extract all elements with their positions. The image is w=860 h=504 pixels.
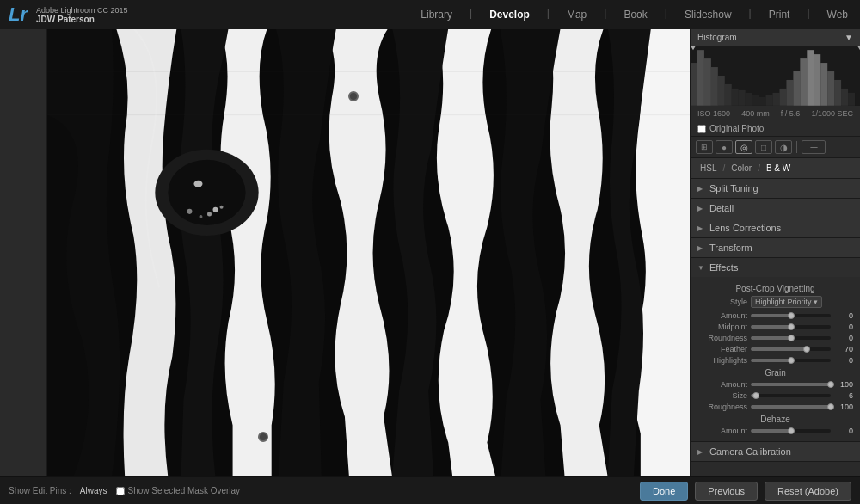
svg-rect-14 bbox=[704, 58, 711, 106]
dehaze-amount-row: Amount 0 bbox=[697, 427, 853, 435]
svg-rect-12 bbox=[691, 63, 697, 106]
svg-rect-23 bbox=[766, 95, 773, 106]
show-mask-label: Show Selected Mask Overlay bbox=[128, 486, 241, 495]
adjustment-pin-2[interactable] bbox=[258, 432, 268, 442]
grain-roughness-label: Roughness bbox=[697, 403, 747, 411]
svg-point-8 bbox=[187, 209, 192, 214]
feather-track[interactable] bbox=[751, 347, 831, 351]
svg-point-6 bbox=[220, 206, 224, 209]
tools-row: ⊞ ● ◎ □ ◑ ⸺ bbox=[691, 137, 860, 158]
nav-links: Library | Develop | Map | Book | Slidesh… bbox=[417, 7, 851, 22]
nav-library[interactable]: Library bbox=[417, 7, 456, 22]
grain-roughness-value: 100 bbox=[834, 403, 853, 411]
lens-corrections-arrow: ▶ bbox=[697, 224, 704, 231]
grain-size-track[interactable] bbox=[751, 394, 831, 397]
midpoint-value: 0 bbox=[834, 323, 853, 331]
original-photo-toggle: Original Photo bbox=[691, 121, 860, 136]
detail-header[interactable]: ▶ Detail bbox=[691, 199, 860, 218]
highlights-track[interactable] bbox=[751, 359, 831, 362]
nav-map[interactable]: Map bbox=[563, 7, 590, 22]
effects-section: ▼ Effects Post-Crop Vignetting Style Hig… bbox=[691, 258, 860, 442]
split-toning-arrow: ▶ bbox=[697, 185, 704, 192]
transform-label: Transform bbox=[710, 243, 752, 253]
grain-roughness-track[interactable] bbox=[751, 405, 831, 409]
svg-rect-27 bbox=[793, 71, 800, 106]
gradient-tool[interactable]: □ bbox=[755, 140, 772, 154]
bw-tab[interactable]: B & W bbox=[764, 162, 793, 175]
svg-rect-31 bbox=[820, 63, 827, 106]
hsl-tab[interactable]: HSL bbox=[697, 162, 719, 175]
brush-tool[interactable]: ◑ bbox=[775, 140, 792, 154]
svg-rect-32 bbox=[827, 71, 834, 106]
nav-book[interactable]: Book bbox=[620, 7, 650, 22]
effects-header[interactable]: ▼ Effects bbox=[691, 258, 860, 277]
grain-roughness-row: Roughness 100 bbox=[697, 403, 853, 411]
amount-track[interactable] bbox=[751, 314, 831, 317]
camera-calibration-header[interactable]: ▶ Camera Calibration bbox=[691, 442, 860, 461]
app-user: JDW Paterson bbox=[36, 15, 128, 24]
svg-rect-15 bbox=[711, 67, 718, 106]
roundness-track[interactable] bbox=[751, 336, 831, 340]
settings-icon[interactable]: ⸺ bbox=[802, 140, 826, 154]
camera-calibration-arrow: ▶ bbox=[697, 448, 704, 455]
original-photo-label: Original Photo bbox=[710, 124, 764, 133]
grain-amount-label: Amount bbox=[697, 380, 747, 389]
grain-amount-row: Amount 100 bbox=[697, 380, 853, 389]
detail-label: Detail bbox=[710, 203, 734, 213]
dehaze-amount-track[interactable] bbox=[751, 429, 831, 433]
svg-rect-28 bbox=[800, 58, 807, 106]
done-button[interactable]: Done bbox=[640, 482, 688, 501]
nav-print[interactable]: Print bbox=[765, 7, 794, 22]
edit-pins-value[interactable]: Always bbox=[80, 486, 108, 495]
svg-rect-26 bbox=[786, 80, 793, 106]
transform-section: ▶ Transform bbox=[691, 238, 860, 258]
panel-sections[interactable]: ▶ Split Toning ▶ Detail ▶ Lens Correctio… bbox=[691, 179, 860, 476]
histogram-header[interactable]: Histogram ▼ bbox=[691, 29, 860, 46]
histogram-collapse-icon[interactable]: ▼ bbox=[845, 33, 853, 42]
camera-calibration-section: ▶ Camera Calibration bbox=[691, 442, 860, 462]
nav-develop[interactable]: Develop bbox=[486, 7, 533, 22]
grain-size-label: Size bbox=[697, 391, 747, 400]
post-crop-vignetting-title: Post-Crop Vignetting bbox=[697, 284, 853, 293]
crop-tool[interactable]: ⊞ bbox=[696, 140, 713, 154]
style-dropdown[interactable]: Highlight Priority ▾ bbox=[751, 296, 822, 308]
previous-button[interactable]: Previous bbox=[695, 482, 758, 501]
amount-label: Amount bbox=[697, 311, 747, 320]
feather-row: Feather 70 bbox=[697, 345, 853, 353]
focal-value: 400 mm bbox=[741, 109, 770, 118]
original-photo-checkbox[interactable] bbox=[697, 125, 706, 133]
color-tabs: HSL / Color / B & W bbox=[691, 158, 860, 179]
bottom-bar: Show Edit Pins : Always Show Selected Ma… bbox=[0, 476, 860, 504]
svg-rect-30 bbox=[814, 54, 820, 106]
roundness-row: Roundness 0 bbox=[697, 334, 853, 342]
svg-rect-33 bbox=[834, 80, 841, 106]
grain-size-value: 6 bbox=[834, 391, 853, 400]
app-logo: Lr bbox=[9, 3, 28, 26]
transform-arrow: ▶ bbox=[697, 244, 704, 251]
roundness-value: 0 bbox=[834, 334, 853, 342]
app-title: Adobe Lightroom CC 2015 bbox=[36, 6, 128, 15]
grain-amount-track[interactable] bbox=[751, 383, 831, 386]
photo-canvas[interactable] bbox=[47, 29, 690, 476]
feather-label: Feather bbox=[697, 345, 747, 353]
color-tab[interactable]: Color bbox=[728, 162, 754, 175]
radial-tool[interactable]: ◎ bbox=[735, 140, 752, 154]
split-toning-header[interactable]: ▶ Split Toning bbox=[691, 179, 860, 198]
histogram-canvas bbox=[691, 46, 860, 106]
midpoint-track[interactable] bbox=[751, 325, 831, 329]
transform-header[interactable]: ▶ Transform bbox=[691, 238, 860, 257]
image-area bbox=[47, 29, 690, 476]
heal-tool[interactable]: ● bbox=[716, 140, 733, 154]
svg-rect-16 bbox=[718, 76, 725, 106]
camera-calibration-label: Camera Calibration bbox=[710, 446, 791, 457]
nav-web[interactable]: Web bbox=[824, 7, 851, 22]
adjustment-pin-1[interactable] bbox=[348, 91, 359, 101]
split-toning-section: ▶ Split Toning bbox=[691, 179, 860, 199]
grain-title: Grain bbox=[697, 368, 853, 378]
highlights-label: Highlights bbox=[697, 356, 747, 365]
style-row: Style Highlight Priority ▾ bbox=[697, 296, 853, 308]
show-mask-checkbox[interactable] bbox=[116, 487, 125, 495]
lens-corrections-header[interactable]: ▶ Lens Corrections bbox=[691, 218, 860, 237]
reset-button[interactable]: Reset (Adobe) bbox=[765, 482, 851, 501]
nav-slideshow[interactable]: Slideshow bbox=[681, 7, 735, 22]
